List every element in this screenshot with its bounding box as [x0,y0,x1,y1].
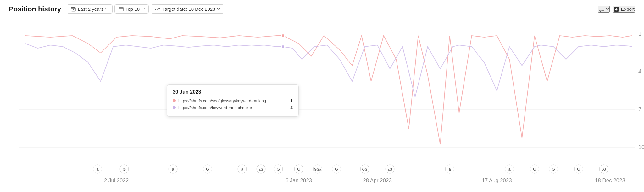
svg-text:G: G [335,167,338,172]
trend-icon [155,7,160,11]
header-right-actions: Export [598,6,635,13]
chevron-down-icon2 [142,8,145,10]
main-container: Position history Last 2 years Top 10 [0,0,644,192]
chevron-down-icon [105,8,108,10]
svg-text:2 Jul 2022: 2 Jul 2022 [104,177,129,183]
date-range-label: Last 2 years [78,6,103,12]
svg-text:G: G [552,167,555,172]
svg-rect-5 [73,9,74,10]
svg-text:aG: aG [388,167,392,171]
svg-point-20 [281,34,285,37]
top-filter-button[interactable]: Top 10 [114,4,149,14]
svg-text:28 Apr 2023: 28 Apr 2023 [363,177,392,183]
svg-text:4: 4 [638,68,641,75]
svg-text:G: G [577,167,580,172]
chevron-down-icon4 [606,8,609,10]
header-bar: Position history Last 2 years Top 10 [0,0,644,18]
svg-text:G: G [297,167,300,172]
calendar-icon [71,7,76,12]
svg-point-21 [281,45,285,48]
svg-text:1: 1 [638,31,641,37]
tooltip-dot-1 [173,99,176,102]
svg-text:G: G [533,167,536,172]
chart-tooltip: 30 Jun 2023 https://ahrefs.com/seo/gloss… [167,84,299,117]
svg-text:a: a [123,167,125,171]
tooltip-rank-1: 1 [290,98,293,103]
tooltip-rank-2: 2 [290,105,293,110]
comment-button[interactable] [598,6,610,13]
chart-svg: 1 4 7 10 a G a a G [0,18,644,192]
date-range-button[interactable]: Last 2 years [67,4,113,14]
svg-text:GG: GG [362,167,367,171]
svg-text:a: a [241,167,243,172]
page-title: Position history [9,5,61,13]
chevron-down-icon3 [217,8,220,10]
svg-text:a: a [96,167,99,172]
svg-text:6 Jan 2023: 6 Jan 2023 [286,177,312,183]
table-icon [119,7,124,12]
svg-text:cG: cG [602,167,606,171]
export-label: Export [621,6,635,12]
svg-rect-4 [72,9,72,10]
tooltip-row-2: https://ahrefs.com/keyword-rank-checker … [173,105,293,110]
target-date-label: Target date: 18 Dec 2023 [162,6,215,12]
chart-area[interactable]: 1 4 7 10 a G a a G [0,18,644,192]
tooltip-url-1: https://ahrefs.com/seo/glossary/keyword-… [178,98,283,103]
svg-text:G: G [277,167,280,172]
svg-text:G: G [206,167,209,172]
export-button[interactable]: Export [613,6,635,13]
svg-text:a: a [172,167,174,172]
svg-text:10: 10 [638,144,644,150]
svg-text:17 Aug 2023: 17 Aug 2023 [482,177,512,183]
target-date-button[interactable]: Target date: 18 Dec 2023 [151,4,224,14]
svg-text:GGa: GGa [314,167,321,171]
comment-icon [598,6,605,12]
tooltip-dot-2 [173,106,176,109]
tooltip-url-2: https://ahrefs.com/keyword-rank-checker [178,105,283,110]
tooltip-row-1: https://ahrefs.com/seo/glossary/keyword-… [173,98,293,103]
export-icon [613,6,619,12]
svg-text:18 Dec 2023: 18 Dec 2023 [595,177,625,183]
top-filter-label: Top 10 [125,6,140,12]
svg-text:7: 7 [638,106,641,113]
tooltip-date: 30 Jun 2023 [173,89,293,95]
svg-text:aG: aG [259,167,264,171]
svg-text:a: a [508,167,511,172]
svg-text:a: a [448,167,451,172]
